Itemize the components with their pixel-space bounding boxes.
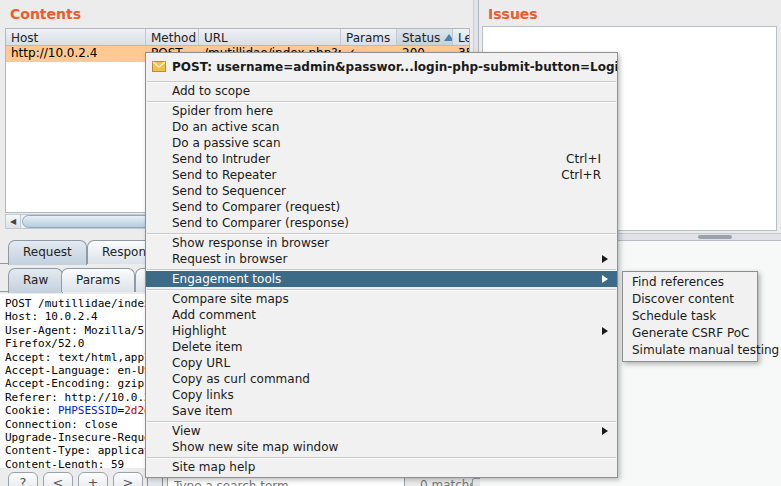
- subtab-raw[interactable]: Raw: [8, 268, 63, 293]
- menu-item-label: Copy links: [172, 388, 234, 402]
- menu-item-label: Show new site map window: [172, 440, 338, 454]
- menu-item-label: Send to Comparer (request): [172, 200, 340, 214]
- submenu-arrow-icon: [602, 255, 608, 263]
- column-header-params[interactable]: Params: [341, 29, 397, 45]
- contents-table-header: HostMethodURLParamsStatusLen: [6, 29, 469, 46]
- menu-item-label: Highlight: [172, 324, 226, 338]
- menu-item-label: Delete item: [172, 340, 242, 354]
- menu-separator: [147, 81, 616, 82]
- column-label: Host: [11, 31, 38, 45]
- submenu-item-simulate-manual-testing[interactable]: Simulate manual testing: [623, 342, 757, 359]
- menu-item-label: View: [172, 424, 200, 438]
- menu-item-send-to-comparer-response[interactable]: Send to Comparer (response): [146, 215, 617, 231]
- menu-item-label: Copy URL: [172, 356, 230, 370]
- scroll-left-button[interactable]: ◀: [6, 215, 21, 228]
- menu-item-show-new-site-map-window[interactable]: Show new site map window: [146, 439, 617, 455]
- menu-item-engagement-tools[interactable]: Engagement tools: [146, 271, 617, 287]
- menu-item-label: Compare site maps: [172, 292, 289, 306]
- engagement-tools-submenu: Find referencesDiscover contentSchedule …: [622, 271, 758, 362]
- column-label: Params: [346, 31, 390, 45]
- menu-item-label: Spider from here: [172, 104, 273, 118]
- column-header-host[interactable]: Host: [6, 29, 146, 45]
- menu-item-spider-from-here[interactable]: Spider from here: [146, 103, 617, 119]
- menu-item-site-map-help[interactable]: Site map help: [146, 459, 617, 475]
- subtab-params[interactable]: Params: [61, 268, 135, 292]
- menu-item-shortcut: Ctrl+I: [566, 151, 601, 167]
- menu-item-add-to-scope[interactable]: Add to scope: [146, 83, 617, 99]
- menu-item-label: Send to Sequencer: [172, 184, 286, 198]
- menu-item-label: Add to scope: [172, 84, 250, 98]
- menu-item-label: Request in browser: [172, 252, 287, 266]
- menu-item-label: Send to Repeater: [172, 168, 276, 182]
- menu-item-delete-item[interactable]: Delete item: [146, 339, 617, 355]
- column-header-method[interactable]: Method: [146, 29, 199, 45]
- menu-item-save-item[interactable]: Save item: [146, 403, 617, 419]
- menu-item-highlight[interactable]: Highlight: [146, 323, 617, 339]
- submenu-arrow-icon: [602, 275, 608, 283]
- menu-item-send-to-intruder[interactable]: Send to IntruderCtrl+I: [146, 151, 617, 167]
- menu-separator: [147, 233, 616, 234]
- search-bar-button-[interactable]: ?: [8, 472, 38, 486]
- row-cell-host: http://10.0.2.4: [6, 46, 146, 62]
- submenu-arrow-icon: [602, 427, 608, 435]
- menu-item-label: Do a passive scan: [172, 136, 280, 150]
- menu-separator: [147, 101, 616, 102]
- submenu-item-find-references[interactable]: Find references: [623, 274, 757, 291]
- menu-separator: [147, 421, 616, 422]
- submenu-item-discover-content[interactable]: Discover content: [623, 291, 757, 308]
- menu-item-label: Copy as curl command: [172, 372, 310, 386]
- menu-item-label: Do an active scan: [172, 120, 279, 134]
- menu-item-label: Send to Intruder: [172, 152, 270, 166]
- submenu-item-generate-csrf-poc[interactable]: Generate CSRF PoC: [623, 325, 757, 342]
- menu-item-copy-links[interactable]: Copy links: [146, 387, 617, 403]
- menu-item-label: Show response in browser: [172, 236, 329, 250]
- column-label: Method: [151, 31, 196, 45]
- issues-title: Issues: [488, 6, 538, 22]
- menu-item-request-in-browser[interactable]: Request in browser: [146, 251, 617, 267]
- search-bar-button-[interactable]: <: [43, 472, 73, 486]
- menu-separator: [147, 289, 616, 290]
- splitter-handle-icon[interactable]: [698, 235, 732, 239]
- menu-item-label: Site map help: [172, 460, 255, 474]
- menu-item-compare-site-maps[interactable]: Compare site maps: [146, 291, 617, 307]
- search-bar-button-[interactable]: +: [78, 472, 108, 486]
- menu-item-show-response-in-browser[interactable]: Show response in browser: [146, 235, 617, 251]
- column-header-len[interactable]: Len: [453, 29, 470, 45]
- menu-item-view[interactable]: View: [146, 423, 617, 439]
- context-menu-header: POST: username=admin&passwor...login-php…: [146, 55, 617, 79]
- submenu-item-schedule-task[interactable]: Schedule task: [623, 308, 757, 325]
- menu-item-copy-url[interactable]: Copy URL: [146, 355, 617, 371]
- menu-item-shortcut: Ctrl+R: [561, 167, 601, 183]
- menu-item-send-to-comparer-request[interactable]: Send to Comparer (request): [146, 199, 617, 215]
- context-menu: POST: username=admin&passwor...login-php…: [145, 52, 618, 478]
- menu-item-label: Add comment: [172, 308, 256, 322]
- envelope-icon: [152, 61, 166, 72]
- menu-item-copy-as-curl-command[interactable]: Copy as curl command: [146, 371, 617, 387]
- menu-item-label: Save item: [172, 404, 232, 418]
- menu-item-do-an-active-scan[interactable]: Do an active scan: [146, 119, 617, 135]
- submenu-arrow-icon: [602, 327, 608, 335]
- column-label: Status: [402, 31, 440, 45]
- column-header-status[interactable]: Status: [397, 29, 453, 45]
- menu-item-label: Send to Comparer (response): [172, 216, 349, 230]
- menu-separator: [147, 269, 616, 270]
- column-label: Len: [458, 31, 470, 45]
- tab-request[interactable]: Request: [8, 240, 87, 265]
- context-menu-title: POST: username=admin&passwor...login-php…: [172, 60, 617, 74]
- burp-target-sitemap-view: Contents HostMethodURLParamsStatusLen ht…: [0, 0, 781, 486]
- sort-ascending-icon: [444, 34, 453, 41]
- menu-item-do-a-passive-scan[interactable]: Do a passive scan: [146, 135, 617, 151]
- menu-separator: [147, 457, 616, 458]
- column-label: URL: [204, 31, 228, 45]
- menu-item-send-to-sequencer[interactable]: Send to Sequencer: [146, 183, 617, 199]
- column-header-url[interactable]: URL: [199, 29, 341, 45]
- search-bar-button-[interactable]: >: [113, 472, 143, 486]
- menu-item-label: Engagement tools: [172, 272, 281, 286]
- menu-item-add-comment[interactable]: Add comment: [146, 307, 617, 323]
- menu-item-send-to-repeater[interactable]: Send to RepeaterCtrl+R: [146, 167, 617, 183]
- contents-title: Contents: [10, 6, 81, 22]
